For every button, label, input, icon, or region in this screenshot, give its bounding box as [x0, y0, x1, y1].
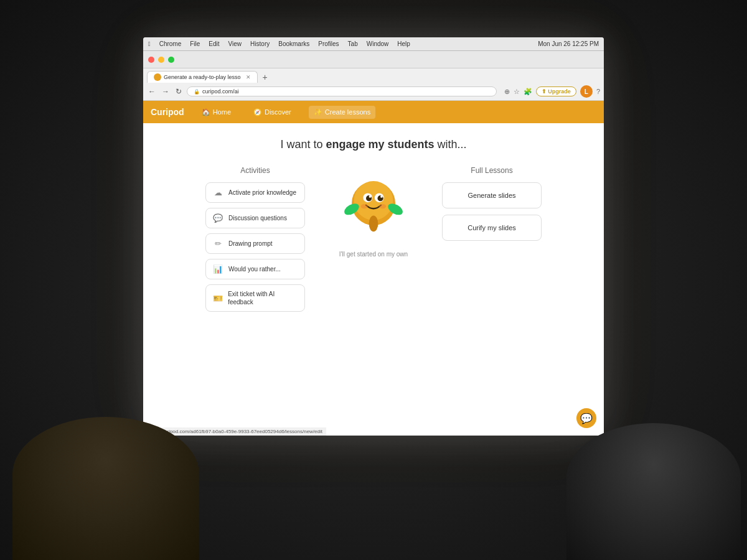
content-grid: Activities ☁ Activate prior knowledge 💬 … [162, 166, 585, 317]
activity-label-2: Drawing prompt [228, 240, 273, 248]
headline: I want to engage my students with... [162, 138, 585, 151]
activity-would-you-rather[interactable]: 📊 Would you rather... [205, 259, 305, 279]
headline-start: I want to [280, 138, 326, 151]
person-left-silhouette [12, 417, 199, 560]
browser-actions: ⊕ ☆ 🧩 ⬆ Upgrade L ? [504, 85, 600, 98]
profiles-menu[interactable]: Profiles [318, 40, 339, 47]
mac-clock: Mon Jun 26 12:25 PM [538, 40, 599, 47]
mac-titlebar [143, 51, 604, 68]
headline-bold: engage my students [326, 138, 434, 151]
create-label: Create lessons [325, 108, 370, 116]
full-lessons-title: Full Lessons [442, 166, 542, 175]
tab-title: Generate a ready-to-play lesso [164, 74, 241, 80]
curipod-logo: Curipod [151, 107, 184, 117]
lesson-generate-slides[interactable]: Generate slides [442, 182, 542, 208]
activities-column: Activities ☁ Activate prior knowledge 💬 … [205, 166, 305, 317]
edit-menu[interactable]: Edit [209, 40, 219, 47]
tab-close-button[interactable]: ✕ [246, 74, 251, 80]
curify-slides-label: Curify my slides [467, 224, 516, 231]
home-label: Home [213, 108, 231, 116]
create-lessons-nav-item[interactable]: ✨ Create lessons [309, 106, 375, 119]
mac-menu-bar:  Chrome File Edit View History Bookmark… [143, 37, 604, 51]
lock-icon: 🔒 [194, 89, 200, 95]
full-lessons-column: Full Lessons Generate slides Curify my s… [442, 166, 542, 247]
view-menu[interactable]: View [228, 40, 242, 47]
chat-icon: 💬 [212, 213, 223, 223]
svg-point-6 [369, 195, 372, 198]
activity-discussion-questions[interactable]: 💬 Discussion questions [205, 208, 305, 228]
tab-favicon [154, 73, 161, 81]
zoom-icon[interactable]: ⊕ [504, 88, 510, 96]
home-icon: 🏠 [202, 108, 210, 116]
url-text: curipod.com/ai [202, 88, 239, 95]
generate-slides-label: Generate slides [467, 192, 515, 199]
bookmarks-menu[interactable]: Bookmarks [278, 40, 309, 47]
new-tab-button[interactable]: + [260, 72, 270, 82]
headline-end: with... [435, 138, 467, 151]
minimize-dot[interactable] [158, 57, 164, 63]
user-avatar[interactable]: L [580, 85, 593, 98]
curipod-navbar: Curipod 🏠 Home 🧭 Discover ✨ Create lesso… [143, 101, 604, 123]
pencil-icon: ✏ [212, 239, 223, 248]
activity-label-3: Would you rather... [228, 265, 281, 273]
svg-point-8 [361, 204, 368, 208]
home-nav-item[interactable]: 🏠 Home [197, 106, 236, 119]
active-tab[interactable]: Generate a ready-to-play lesso ✕ [147, 71, 258, 83]
tab-menu[interactable]: Tab [348, 40, 358, 47]
discover-nav-item[interactable]: 🧭 Discover [248, 106, 296, 119]
svg-point-1 [354, 181, 393, 220]
discover-icon: 🧭 [253, 108, 262, 116]
chart-icon: 📊 [212, 264, 223, 274]
lesson-curify-slides[interactable]: Curify my slides [442, 215, 542, 241]
svg-point-9 [379, 204, 386, 208]
help-menu[interactable]: Help [397, 40, 410, 47]
activity-exit-ticket[interactable]: 🎫 Exit ticket with AI feedback [205, 284, 305, 312]
activity-drawing-prompt[interactable]: ✏ Drawing prompt [205, 233, 305, 254]
window-menu[interactable]: Window [367, 40, 389, 47]
activity-label-4: Exit ticket with AI feedback [228, 290, 298, 306]
forward-button[interactable]: → [161, 87, 171, 96]
cloud-icon: ☁ [212, 188, 223, 197]
activities-title: Activities [205, 166, 305, 175]
extensions-icon[interactable]: 🧩 [524, 88, 532, 96]
self-start-link[interactable]: I'll get started on my own [339, 251, 408, 258]
projection-screen:  Chrome File Edit View History Bookmark… [143, 37, 604, 436]
bookmark-icon[interactable]: ☆ [514, 88, 520, 96]
close-dot[interactable] [148, 57, 154, 63]
activity-activate-prior-knowledge[interactable]: ☁ Activate prior knowledge [205, 182, 305, 203]
curipod-mascot [336, 166, 411, 241]
maximize-dot[interactable] [168, 57, 174, 63]
browser-chrome: Generate a ready-to-play lesso ✕ + ← → ↻… [143, 68, 604, 101]
activity-label-0: Activate prior knowledge [228, 189, 296, 197]
address-bar[interactable]: 🔒 curipod.com/ai [187, 86, 497, 96]
browser-navigation: ← → ↻ 🔒 curipod.com/ai ⊕ ☆ 🧩 ⬆ Upgrade L… [147, 85, 600, 98]
person-right-silhouette [566, 423, 741, 560]
browser-tabs: Generate a ready-to-play lesso ✕ + [147, 71, 600, 83]
ticket-icon: 🎫 [212, 294, 223, 303]
discover-label: Discover [265, 108, 291, 116]
mascot-column: I'll get started on my own [324, 166, 423, 258]
create-icon: ✨ [314, 108, 322, 116]
chrome-menu[interactable]: Chrome [159, 40, 182, 47]
activity-label-1: Discussion questions [228, 214, 287, 222]
help-icon[interactable]: ? [596, 88, 600, 95]
main-content: I want to engage my students with... Act… [143, 123, 604, 397]
back-button[interactable]: ← [147, 87, 157, 96]
refresh-button[interactable]: ↻ [174, 87, 183, 96]
svg-point-12 [369, 215, 378, 231]
history-menu[interactable]: History [250, 40, 270, 47]
file-menu[interactable]: File [190, 40, 200, 47]
upgrade-button[interactable]: ⬆ Upgrade [536, 86, 576, 96]
svg-point-7 [380, 195, 383, 198]
apple-menu[interactable]:  [148, 40, 151, 47]
audience [0, 398, 747, 560]
